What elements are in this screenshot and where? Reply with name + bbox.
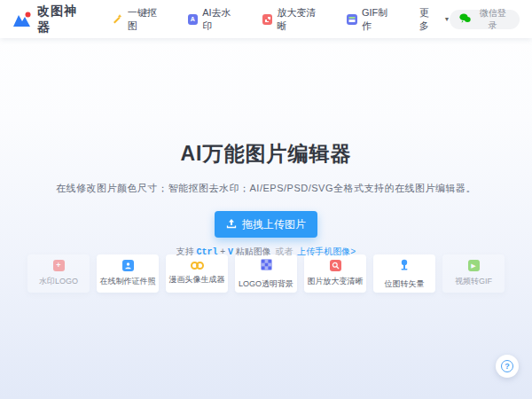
feature-card-watermark-logo[interactable]: + 水印LOGO (27, 254, 90, 293)
feature-card-video-to-gif[interactable]: ▶ 视频转GIF (442, 254, 505, 293)
nav-item-label: 放大变清晰 (277, 6, 324, 33)
plus-badge-icon: + (53, 260, 65, 271)
nav-item-label: 更多 (419, 6, 438, 33)
feature-card-label: 水印LOGO (39, 276, 78, 287)
gif-maker-icon (347, 14, 357, 25)
feature-card-row: + 水印LOGO 在线制作证件照 漫画头像生成器 L (0, 254, 532, 293)
main-nav: 一键抠图 A AI去水印 放大变清晰 GIF制作 更多 ▼ (112, 6, 450, 33)
chevron-down-icon: ▼ (444, 16, 450, 22)
wechat-login-label: 微信登录 (475, 7, 510, 32)
enlarge-clear-icon (262, 14, 273, 25)
plus-sign: + (218, 246, 228, 256)
nav-item-enlarge[interactable]: 放大变清晰 (262, 6, 325, 33)
feature-card-label: 位图转矢量 (385, 278, 425, 290)
avatar-circles-icon (191, 262, 204, 270)
support-prefix: 支持 (176, 246, 197, 256)
wechat-login-button[interactable]: 微信登录 (450, 10, 520, 29)
nav-item-remove-watermark[interactable]: A AI去水印 (188, 6, 239, 33)
nav-item-label: 一键抠图 (128, 6, 165, 33)
brand-logo-icon (12, 12, 32, 27)
navbar: 改图神器 一键抠图 A AI去水印 放大变清晰 G (0, 0, 532, 38)
watermark-remove-icon: A (188, 14, 199, 25)
feature-card-label: 图片放大变清晰 (308, 276, 364, 287)
feature-card-bitmap-to-vector[interactable]: 位图转矢量 (373, 254, 435, 293)
wechat-icon (459, 13, 471, 25)
magnifier-icon (330, 260, 341, 271)
nav-item-label: GIF制作 (362, 6, 396, 33)
or-text: 或者 (276, 246, 293, 256)
help-button[interactable]: ? (496, 355, 519, 378)
feature-card-label: 视频转GIF (455, 276, 492, 287)
nav-item-cutout[interactable]: 一键抠图 (112, 6, 165, 33)
upload-icon (226, 218, 237, 231)
upload-area: 拖拽上传图片 (0, 195, 532, 238)
nav-item-more[interactable]: 更多 ▼ (419, 6, 450, 33)
upload-from-phone-link[interactable]: 上传手机图像> (297, 246, 356, 256)
magic-wand-icon (112, 13, 123, 26)
page-title: AI万能图片编辑器 (0, 140, 532, 168)
feature-card-transparent-logo[interactable]: LOGO透明背景 (235, 254, 297, 293)
bitmap-vector-icon (399, 258, 410, 274)
nav-item-label: AI去水印 (202, 6, 239, 33)
brand-logo[interactable]: 改图神器 (12, 4, 89, 35)
question-mark-icon: ? (501, 360, 513, 372)
id-photo-icon (122, 260, 134, 271)
feature-card-cartoon-avatar[interactable]: 漫画头像生成器 (166, 254, 228, 293)
feature-card-enlarge-image[interactable]: 图片放大变清晰 (304, 254, 366, 293)
feature-card-label: LOGO透明背景 (239, 278, 293, 290)
upload-image-button[interactable]: 拖拽上传图片 (215, 211, 317, 238)
feature-card-id-photo[interactable]: 在线制作证件照 (97, 254, 159, 293)
feature-card-label: 漫画头像生成器 (169, 274, 225, 286)
paste-support-text: 支持 Ctrl + V 粘贴图像 或者 上传手机图像> (0, 246, 532, 258)
feature-card-label: 在线制作证件照 (100, 276, 156, 287)
hero-section: AI万能图片编辑器 在线修改图片颜色尺寸；智能抠图去水印；AI/EPS/PSD/… (0, 140, 532, 258)
paste-action-text: 粘贴图像 (233, 246, 271, 256)
nav-item-gif[interactable]: GIF制作 (347, 6, 395, 33)
checkerboard-icon (261, 258, 272, 274)
page-subtitle: 在线修改图片颜色尺寸；智能抠图去水印；AI/EPS/PSD/SVG全格式支持的在… (0, 182, 532, 195)
brand-name: 改图神器 (37, 4, 89, 35)
upload-button-label: 拖拽上传图片 (242, 217, 306, 232)
ctrl-key-label: Ctrl (197, 247, 218, 257)
video-gif-icon: ▶ (468, 260, 480, 271)
